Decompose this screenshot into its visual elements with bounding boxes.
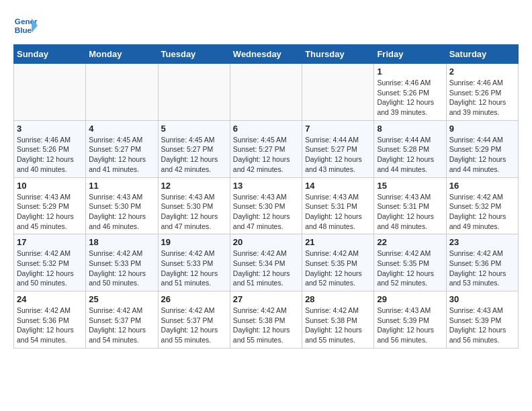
calendar-cell: 10Sunrise: 4:43 AM Sunset: 5:29 PM Dayli… [14, 177, 86, 234]
day-number: 27 [233, 294, 299, 304]
calendar-week-row: 1Sunrise: 4:46 AM Sunset: 5:26 PM Daylig… [14, 64, 519, 121]
calendar-cell: 12Sunrise: 4:43 AM Sunset: 5:30 PM Dayli… [158, 177, 230, 234]
day-number: 11 [89, 181, 154, 191]
day-number: 1 [377, 66, 443, 77]
day-number: 21 [305, 237, 371, 247]
calendar-cell: 5Sunrise: 4:45 AM Sunset: 5:27 PM Daylig… [158, 120, 230, 177]
calendar-cell: 25Sunrise: 4:42 AM Sunset: 5:37 PM Dayli… [86, 291, 158, 349]
calendar-table: SundayMondayTuesdayWednesdayThursdayFrid… [13, 44, 519, 349]
day-number: 28 [305, 294, 371, 304]
day-number: 19 [161, 237, 227, 247]
day-info: Sunrise: 4:43 AM Sunset: 5:30 PM Dayligh… [233, 192, 299, 232]
calendar-cell [302, 64, 374, 121]
day-number: 3 [17, 124, 83, 134]
calendar-cell: 19Sunrise: 4:42 AM Sunset: 5:33 PM Dayli… [158, 234, 230, 291]
calendar-cell: 26Sunrise: 4:42 AM Sunset: 5:37 PM Dayli… [158, 291, 230, 349]
calendar-cell: 11Sunrise: 4:43 AM Sunset: 5:30 PM Dayli… [86, 177, 158, 234]
day-number: 13 [233, 181, 299, 191]
day-number: 4 [89, 124, 154, 134]
day-info: Sunrise: 4:42 AM Sunset: 5:34 PM Dayligh… [233, 248, 299, 288]
day-info: Sunrise: 4:45 AM Sunset: 5:27 PM Dayligh… [161, 135, 227, 175]
weekday-header-saturday: Saturday [446, 45, 518, 64]
logo: General Blue [13, 13, 40, 38]
calendar-week-row: 17Sunrise: 4:42 AM Sunset: 5:32 PM Dayli… [14, 234, 519, 291]
day-number: 8 [377, 124, 443, 134]
weekday-header-sunday: Sunday [14, 45, 86, 64]
day-number: 17 [17, 237, 83, 247]
day-number: 5 [161, 124, 227, 134]
page-header: General Blue [13, 13, 519, 38]
day-number: 14 [305, 181, 371, 191]
day-number: 12 [161, 181, 227, 191]
calendar-cell [14, 64, 86, 121]
calendar-cell [158, 64, 230, 121]
day-info: Sunrise: 4:44 AM Sunset: 5:27 PM Dayligh… [305, 135, 371, 175]
day-info: Sunrise: 4:42 AM Sunset: 5:35 PM Dayligh… [377, 248, 443, 288]
calendar-cell: 17Sunrise: 4:42 AM Sunset: 5:32 PM Dayli… [14, 234, 86, 291]
calendar-week-row: 10Sunrise: 4:43 AM Sunset: 5:29 PM Dayli… [14, 177, 519, 234]
day-number: 29 [377, 294, 443, 304]
day-info: Sunrise: 4:43 AM Sunset: 5:31 PM Dayligh… [377, 192, 443, 232]
calendar-cell: 1Sunrise: 4:46 AM Sunset: 5:26 PM Daylig… [374, 64, 446, 121]
day-info: Sunrise: 4:43 AM Sunset: 5:39 PM Dayligh… [449, 306, 515, 345]
day-number: 18 [89, 237, 154, 247]
calendar-cell: 8Sunrise: 4:44 AM Sunset: 5:28 PM Daylig… [374, 120, 446, 177]
calendar-cell: 9Sunrise: 4:44 AM Sunset: 5:29 PM Daylig… [446, 120, 518, 177]
calendar-cell: 20Sunrise: 4:42 AM Sunset: 5:34 PM Dayli… [230, 234, 302, 291]
day-info: Sunrise: 4:43 AM Sunset: 5:30 PM Dayligh… [89, 192, 154, 232]
weekday-header-tuesday: Tuesday [158, 45, 230, 64]
day-number: 25 [89, 294, 154, 304]
calendar-header: SundayMondayTuesdayWednesdayThursdayFrid… [14, 45, 519, 64]
svg-text:Blue: Blue [15, 26, 32, 34]
day-number: 24 [17, 294, 83, 304]
day-number: 15 [377, 181, 443, 191]
calendar-cell: 7Sunrise: 4:44 AM Sunset: 5:27 PM Daylig… [302, 120, 374, 177]
calendar-cell: 29Sunrise: 4:43 AM Sunset: 5:39 PM Dayli… [374, 291, 446, 349]
day-number: 20 [233, 237, 299, 247]
day-info: Sunrise: 4:42 AM Sunset: 5:37 PM Dayligh… [89, 306, 154, 345]
day-number: 26 [161, 294, 227, 304]
day-info: Sunrise: 4:42 AM Sunset: 5:32 PM Dayligh… [17, 248, 83, 288]
day-info: Sunrise: 4:44 AM Sunset: 5:28 PM Dayligh… [377, 135, 443, 175]
calendar-cell: 15Sunrise: 4:43 AM Sunset: 5:31 PM Dayli… [374, 177, 446, 234]
calendar-cell: 14Sunrise: 4:43 AM Sunset: 5:31 PM Dayli… [302, 177, 374, 234]
calendar-cell [230, 64, 302, 121]
day-info: Sunrise: 4:42 AM Sunset: 5:36 PM Dayligh… [17, 306, 83, 345]
calendar-cell: 4Sunrise: 4:45 AM Sunset: 5:27 PM Daylig… [86, 120, 158, 177]
day-info: Sunrise: 4:42 AM Sunset: 5:33 PM Dayligh… [161, 248, 227, 288]
day-info: Sunrise: 4:44 AM Sunset: 5:29 PM Dayligh… [449, 135, 515, 175]
day-number: 2 [449, 66, 515, 77]
calendar-cell: 27Sunrise: 4:42 AM Sunset: 5:38 PM Dayli… [230, 291, 302, 349]
day-number: 9 [449, 124, 515, 134]
day-info: Sunrise: 4:46 AM Sunset: 5:26 PM Dayligh… [377, 78, 443, 118]
day-info: Sunrise: 4:45 AM Sunset: 5:27 PM Dayligh… [89, 135, 154, 175]
calendar-cell: 30Sunrise: 4:43 AM Sunset: 5:39 PM Dayli… [446, 291, 518, 349]
day-info: Sunrise: 4:46 AM Sunset: 5:26 PM Dayligh… [17, 135, 83, 175]
calendar-week-row: 3Sunrise: 4:46 AM Sunset: 5:26 PM Daylig… [14, 120, 519, 177]
calendar-cell: 23Sunrise: 4:42 AM Sunset: 5:36 PM Dayli… [446, 234, 518, 291]
day-info: Sunrise: 4:43 AM Sunset: 5:30 PM Dayligh… [161, 192, 227, 232]
day-number: 7 [305, 124, 371, 134]
calendar-cell: 21Sunrise: 4:42 AM Sunset: 5:35 PM Dayli… [302, 234, 374, 291]
calendar-cell: 18Sunrise: 4:42 AM Sunset: 5:33 PM Dayli… [86, 234, 158, 291]
calendar-cell: 3Sunrise: 4:46 AM Sunset: 5:26 PM Daylig… [14, 120, 86, 177]
day-info: Sunrise: 4:42 AM Sunset: 5:32 PM Dayligh… [449, 192, 515, 232]
day-info: Sunrise: 4:42 AM Sunset: 5:36 PM Dayligh… [449, 248, 515, 288]
calendar-cell: 2Sunrise: 4:46 AM Sunset: 5:26 PM Daylig… [446, 64, 518, 121]
day-info: Sunrise: 4:42 AM Sunset: 5:37 PM Dayligh… [161, 306, 227, 345]
calendar-cell [86, 64, 158, 121]
day-number: 23 [449, 237, 515, 247]
calendar-cell: 13Sunrise: 4:43 AM Sunset: 5:30 PM Dayli… [230, 177, 302, 234]
day-number: 22 [377, 237, 443, 247]
calendar-cell: 24Sunrise: 4:42 AM Sunset: 5:36 PM Dayli… [14, 291, 86, 349]
day-info: Sunrise: 4:43 AM Sunset: 5:31 PM Dayligh… [305, 192, 371, 232]
weekday-header-thursday: Thursday [302, 45, 374, 64]
day-info: Sunrise: 4:42 AM Sunset: 5:33 PM Dayligh… [89, 248, 154, 288]
day-number: 10 [17, 181, 83, 191]
weekday-header-friday: Friday [374, 45, 446, 64]
logo-icon: General Blue [13, 13, 38, 38]
day-info: Sunrise: 4:42 AM Sunset: 5:38 PM Dayligh… [233, 306, 299, 345]
day-info: Sunrise: 4:43 AM Sunset: 5:39 PM Dayligh… [377, 306, 443, 345]
weekday-header-monday: Monday [86, 45, 158, 64]
day-number: 6 [233, 124, 299, 134]
